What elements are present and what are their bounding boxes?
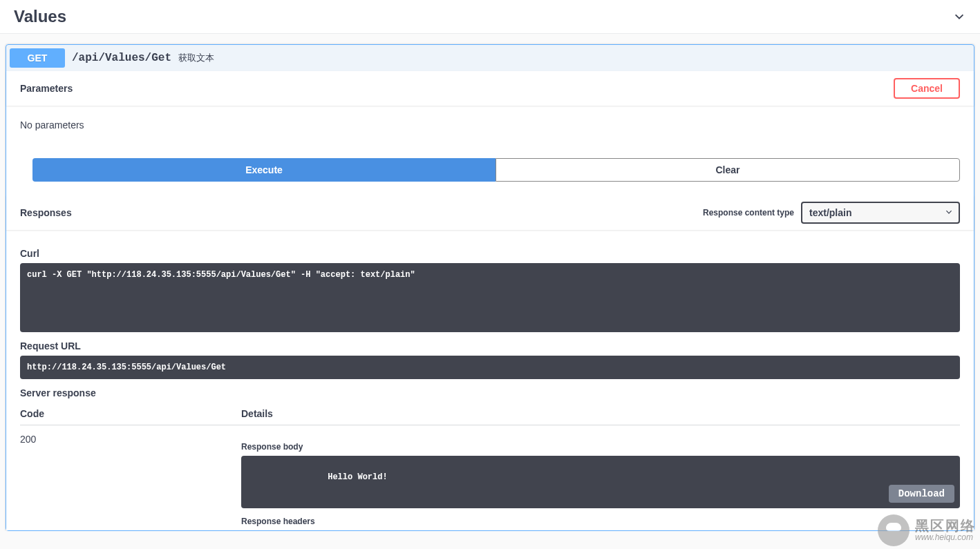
operation-summary[interactable]: GET /api/Values/Get 获取文本 [6,45,974,71]
response-body-label: Response body [241,442,960,452]
operation-block: GET /api/Values/Get 获取文本 Parameters Canc… [6,44,974,531]
responses-heading: Responses [20,207,72,218]
curl-label: Curl [20,248,960,259]
parameters-heading: Parameters [20,83,73,94]
parameters-body: No parameters [6,106,974,144]
status-code: 200 [20,434,241,530]
tag-header[interactable]: Values [0,0,980,34]
cancel-button[interactable]: Cancel [894,78,960,99]
response-body-value: Hello World! [328,472,387,482]
chevron-down-icon [945,207,953,218]
response-headers-label: Response headers [241,517,960,526]
operation-description: 获取文本 [178,52,214,64]
request-url-value[interactable]: http://118.24.35.135:5555/api/Values/Get [20,356,960,379]
request-url-label: Request URL [20,340,960,351]
details-column-header: Details [241,408,960,419]
clear-button[interactable]: Clear [496,158,960,182]
responses-body: Curl curl -X GET "http://118.24.35.135:5… [6,230,974,530]
parameters-header: Parameters Cancel [6,71,974,106]
code-column-header: Code [20,408,241,419]
tag-title: Values [14,7,66,26]
method-badge: GET [10,48,65,68]
execute-button[interactable]: Execute [32,158,496,182]
responses-header: Responses Response content type text/pla… [6,195,974,230]
server-response-label: Server response [20,387,960,398]
response-content-type-value: text/plain [809,207,851,218]
chevron-down-icon [952,10,966,23]
response-content-type-label: Response content type [703,208,794,218]
no-parameters-text: No parameters [20,119,84,131]
operation-path: /api/Values/Get [65,52,178,64]
execute-wrapper: Execute Clear [6,144,974,195]
curl-command[interactable]: curl -X GET "http://118.24.35.135:5555/a… [20,263,960,332]
download-button[interactable]: Download [889,485,954,503]
response-row: 200 Response body Hello World! Download … [20,425,960,530]
response-body[interactable]: Hello World! Download [241,456,960,508]
response-content-type-select[interactable]: text/plain [801,202,960,224]
